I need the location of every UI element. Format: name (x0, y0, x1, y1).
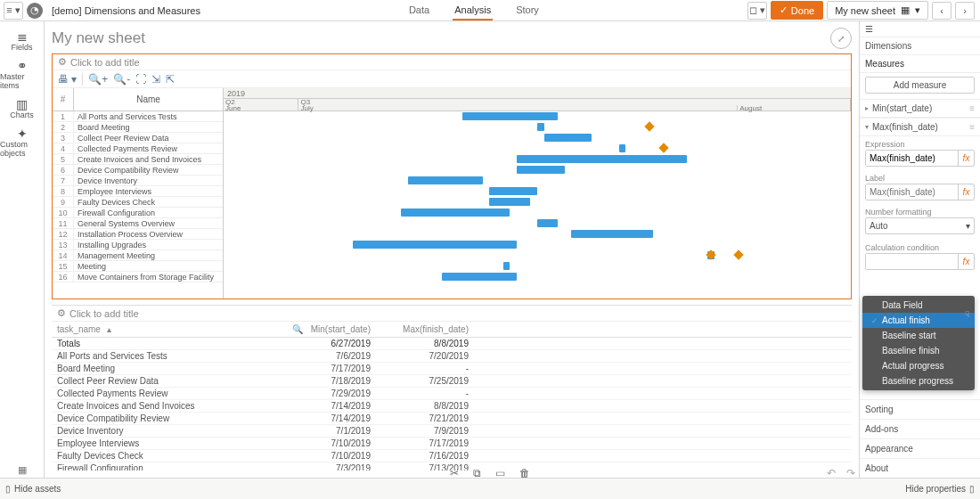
prev-sheet-button[interactable]: ‹ (932, 2, 951, 20)
sheet-selector[interactable]: My new sheet ▦ ▾ (827, 1, 928, 20)
table-col-start[interactable]: 🔍Min(start_date) (283, 324, 381, 334)
rail-charts[interactable]: ▥Charts (0, 93, 44, 125)
gantt-row[interactable]: 2Board Meeting (53, 122, 223, 133)
gantt-bar[interactable] (619, 144, 626, 152)
gantt-row[interactable]: 9Faulty Devices Check (53, 197, 223, 208)
measure-max-finish-date[interactable]: ▾Max(finish_date)≡ (860, 118, 980, 136)
label-input-wrap: fx (865, 184, 975, 200)
expand-button[interactable]: ⤢ (830, 28, 852, 49)
calc-condition-input[interactable] (866, 254, 958, 269)
app-icon[interactable]: ◔ (27, 3, 43, 19)
gantt-row[interactable]: 4Collected Payments Review (53, 143, 223, 154)
gantt-row[interactable]: 12Installation Process Overview (53, 229, 223, 240)
table-row[interactable]: Device Compatibility Review7/14/20197/21… (52, 413, 852, 425)
number-formatting-select[interactable]: Auto ▾ (865, 217, 975, 234)
expression-input[interactable] (866, 151, 958, 166)
popup-option[interactable]: Baseline finish (862, 343, 975, 358)
gantt-bar[interactable] (537, 219, 558, 227)
rail-custom-objects[interactable]: ✦Custom objects (0, 127, 44, 159)
gantt-bar[interactable] (503, 262, 510, 270)
table-row[interactable]: Collected Payments Review7/29/2019- (52, 388, 852, 400)
rail-fields[interactable]: ≣Fields (0, 25, 44, 57)
add-measure-button[interactable]: Add measure (865, 77, 975, 94)
gantt-row[interactable]: 16Move Containers from Storage Facility (53, 272, 223, 282)
gantt-bar[interactable] (442, 273, 517, 281)
search-icon[interactable]: 🔍 (292, 324, 303, 334)
table-row[interactable]: Faulty Devices Check7/10/20197/16/2019 (52, 450, 852, 462)
gantt-row[interactable]: 6Device Compatibility Review (53, 165, 223, 176)
table-row[interactable]: Board Meeting7/17/2019- (52, 363, 852, 375)
tab-analysis[interactable]: Analysis (453, 1, 493, 20)
hide-assets-toggle[interactable]: ▯Hide assets (5, 484, 61, 494)
expand-all-icon[interactable]: ⇲ (151, 73, 160, 86)
tab-story[interactable]: Story (514, 1, 541, 20)
table-col-finish[interactable]: Max(finish_date) (381, 324, 479, 334)
popup-option[interactable]: Actual progress (862, 358, 975, 373)
label-label: Label (860, 170, 980, 184)
gantt-bar[interactable] (401, 209, 510, 217)
gantt-bar[interactable] (517, 166, 565, 174)
section-dimensions[interactable]: Dimensions (860, 37, 980, 55)
zoom-in-icon[interactable]: 🔍+ (88, 73, 108, 86)
gantt-row[interactable]: 5Create Invoices and Send Invoices (53, 154, 223, 165)
table-row[interactable]: Create Invoices and Send Invoices7/14/20… (52, 400, 852, 413)
gantt-row[interactable]: 10Firewall Configuration (53, 208, 223, 218)
gantt-row[interactable]: 7Device Inventory (53, 176, 223, 186)
chart-title-placeholder[interactable]: ⚙ Click to add title (53, 54, 851, 70)
table-chart[interactable]: ⚙ Click to add title task_name ▴ 🔍Min(st… (52, 305, 852, 470)
cell-start: 7/6/2019 (283, 351, 381, 361)
collapse-all-icon[interactable]: ⇱ (166, 73, 175, 86)
data-field-popup[interactable]: ☟ Data Field✓Actual finishBaseline start… (862, 296, 975, 390)
tab-data[interactable]: Data (407, 1, 431, 20)
fx-button[interactable]: fx (958, 254, 974, 269)
section-measures[interactable]: Measures (860, 55, 980, 73)
gantt-row[interactable]: 1All Ports and Services Tests (53, 111, 223, 122)
print-icon[interactable]: 🖶 ▾ (58, 73, 77, 86)
gantt-bar[interactable] (353, 241, 517, 249)
table-col-name[interactable]: task_name ▴ (52, 324, 283, 334)
zoom-fit-icon[interactable]: ⛶ (135, 73, 146, 86)
gantt-row[interactable]: 13Installing Upgrades (53, 240, 223, 250)
table-row[interactable]: Employee Interviews7/10/20197/17/2019 (52, 438, 852, 450)
gantt-bar[interactable] (544, 134, 592, 142)
gantt-chart[interactable]: ⚙ Click to add title 🖶 ▾ 🔍+ 🔍- ⛶ ⇲ ⇱ # N… (52, 53, 852, 299)
measure-min-start-date[interactable]: ▸Min(start_date)≡ (860, 99, 980, 118)
rail-master-items[interactable]: ⚭Master items (0, 59, 44, 91)
gantt-bar[interactable] (408, 176, 483, 184)
table-row[interactable]: Device Inventory7/1/20197/9/2019 (52, 425, 852, 438)
popup-option[interactable]: Baseline start (862, 328, 975, 343)
label-input[interactable] (866, 184, 958, 200)
section-sorting[interactable]: Sorting (860, 399, 980, 419)
popup-option[interactable]: Baseline progress (862, 373, 975, 389)
hide-properties-toggle[interactable]: Hide properties▯ (905, 484, 975, 494)
done-button[interactable]: ✓ Done (771, 1, 823, 20)
gantt-bar[interactable] (571, 230, 653, 238)
gantt-row[interactable]: 15Meeting (53, 261, 223, 272)
bookmark-button[interactable]: ◻ ▾ (747, 2, 767, 20)
table-type-icon[interactable]: ☰ (865, 24, 873, 34)
fx-button[interactable]: fx (958, 151, 974, 166)
gantt-row[interactable]: 14Management Meeting (53, 250, 223, 261)
gantt-bar[interactable] (462, 112, 558, 120)
gantt-bar[interactable] (489, 198, 530, 206)
section-addons[interactable]: Add-ons (860, 419, 980, 438)
fx-button[interactable]: fx (958, 184, 974, 200)
zoom-out-icon[interactable]: 🔍- (113, 73, 130, 86)
gantt-row[interactable]: 11General Systems Overview (53, 218, 223, 229)
gantt-bar[interactable] (489, 187, 537, 195)
rail-bottom-icon[interactable]: ▦ (0, 464, 45, 476)
table-row[interactable]: Collect Peer Review Data7/18/20197/25/20… (52, 375, 852, 388)
gantt-bar[interactable] (517, 155, 687, 163)
popup-option[interactable]: Data Field (862, 298, 975, 313)
table-row[interactable]: All Ports and Services Tests7/6/20197/20… (52, 350, 852, 363)
sheet-title[interactable]: My new sheet (52, 29, 145, 47)
section-appearance[interactable]: Appearance (860, 438, 980, 458)
section-about[interactable]: About (860, 458, 980, 478)
next-sheet-button[interactable]: › (955, 2, 975, 20)
menu-button[interactable]: ≡ ▾ (4, 2, 23, 20)
gantt-row[interactable]: 3Collect Peer Review Data (53, 133, 223, 143)
popup-option[interactable]: ✓Actual finish (862, 313, 975, 328)
gantt-bar[interactable] (537, 123, 544, 131)
gantt-row[interactable]: 8Employee Interviews (53, 186, 223, 197)
table-title-placeholder[interactable]: ⚙ Click to add title (52, 306, 852, 322)
